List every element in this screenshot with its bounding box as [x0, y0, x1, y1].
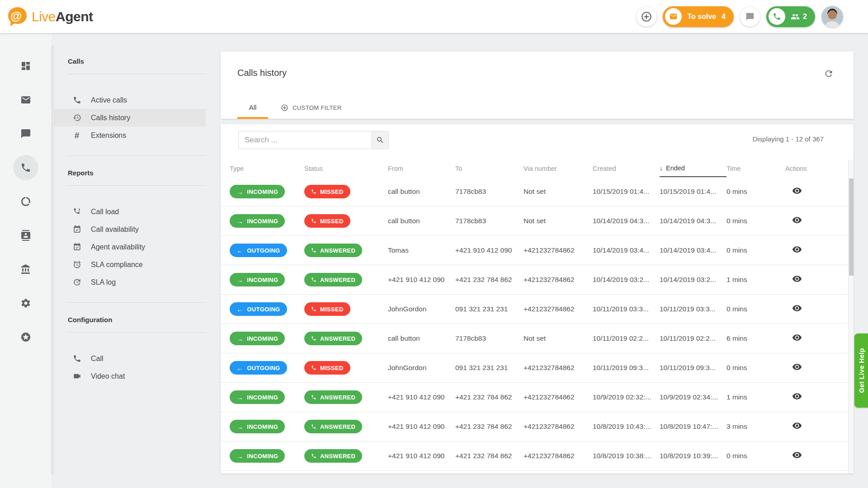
status-label: ANSWERED: [320, 335, 355, 342]
cell-time: 0 mins: [726, 188, 778, 196]
eye-icon: [792, 450, 802, 460]
col-via-number[interactable]: Via number: [524, 160, 593, 177]
nav-item-extensions[interactable]: # Extensions: [54, 127, 206, 144]
type-badge: → INCOMING: [230, 420, 285, 433]
col-type[interactable]: Type: [230, 160, 304, 177]
nav-scrollbar-track[interactable]: [52, 45, 52, 474]
nav-item-agent-availability[interactable]: Agent availability: [54, 238, 206, 256]
table-scrollbar-track[interactable]: [848, 160, 854, 474]
nav-label: Video chat: [91, 372, 125, 380]
nav-item-sla-compliance[interactable]: SLA compliance: [54, 256, 206, 273]
cell-created: 10/11/2019 03:3...: [593, 305, 660, 313]
nav-item-sla-log[interactable]: SLA log: [54, 273, 206, 291]
rail-reports-icon[interactable]: [13, 189, 38, 214]
direction-arrow-icon: →: [236, 188, 243, 195]
view-call-button[interactable]: [792, 333, 802, 343]
nav-item-calls-history[interactable]: Calls history: [54, 109, 206, 127]
view-call-button[interactable]: [792, 186, 802, 196]
view-call-button[interactable]: [792, 450, 802, 460]
direction-arrow-icon: →: [236, 277, 243, 283]
type-label: INCOMING: [247, 453, 278, 460]
rail-dashboard-icon[interactable]: [13, 53, 38, 79]
view-call-button[interactable]: [792, 421, 802, 431]
tab-custom-filter[interactable]: CUSTOM FILTER: [281, 97, 342, 119]
table-row[interactable]: → INCOMING ANSWERED call button 7178cb83…: [221, 324, 854, 353]
rail-chat-icon[interactable]: [13, 121, 38, 146]
cell-created: 10/14/2019 03:2...: [593, 276, 660, 284]
tab-custom-filter-label: CUSTOM FILTER: [292, 104, 342, 111]
cell-from: +421 910 412 090: [388, 276, 455, 284]
search-input[interactable]: [238, 131, 372, 149]
add-new-button[interactable]: [637, 7, 656, 27]
view-call-button[interactable]: [792, 215, 802, 225]
status-label: MISSED: [320, 188, 344, 195]
status-badge: ANSWERED: [304, 420, 362, 433]
col-time[interactable]: Time: [726, 160, 778, 177]
status-badge: MISSED: [304, 185, 350, 198]
to-solve-label: To solve: [687, 13, 716, 21]
search-button[interactable]: [372, 131, 389, 149]
type-badge: → INCOMING: [230, 449, 285, 463]
cell-time: 0 mins: [726, 246, 778, 254]
chats-button[interactable]: [740, 7, 760, 27]
table-row[interactable]: ← OUTGOING MISSED JohnGordon 091 321 231…: [221, 295, 854, 324]
to-solve-button[interactable]: To solve 4: [663, 6, 734, 27]
refresh-button[interactable]: [824, 69, 834, 79]
cell-ended: 10/11/2019 09:3...: [660, 364, 726, 372]
table-row[interactable]: → INCOMING ANSWERED +421 910 412 090 +42…: [221, 383, 854, 412]
nav-item-call-load[interactable]: Call load: [54, 203, 206, 221]
calls-online-button[interactable]: 2: [766, 6, 815, 27]
cell-via: +421232784862: [524, 305, 593, 313]
table-row[interactable]: → INCOMING ANSWERED +421 910 412 090 +42…: [221, 265, 854, 295]
col-created[interactable]: Created: [593, 160, 660, 177]
cell-to: +421 910 412 090: [455, 246, 524, 254]
col-status[interactable]: Status: [304, 160, 388, 177]
cell-from: JohnGordon: [388, 305, 455, 313]
cell-from: Tomas: [388, 246, 455, 254]
direction-arrow-icon: ←: [236, 365, 243, 371]
avatar-image: [821, 6, 843, 28]
view-call-button[interactable]: [792, 391, 802, 401]
cell-via: +421232784862: [524, 246, 593, 254]
nav-label: SLA compliance: [91, 261, 143, 269]
nav-item-video-chat[interactable]: Video chat: [54, 367, 206, 385]
col-ended-sorted[interactable]: ↓ Ended: [660, 160, 726, 177]
table-row[interactable]: ← OUTGOING MISSED JohnGordon 091 321 231…: [221, 353, 854, 383]
people-icon: [791, 12, 800, 21]
phone-icon: [311, 306, 316, 312]
nav-item-call[interactable]: Call: [54, 350, 206, 367]
col-from[interactable]: From: [388, 160, 455, 177]
get-live-help-label: Get Live Help: [858, 348, 865, 393]
cell-time: 0 mins: [726, 305, 778, 313]
eye-icon: [792, 333, 802, 343]
nav-label: Calls history: [91, 114, 130, 122]
view-call-button[interactable]: [792, 274, 802, 284]
view-call-button[interactable]: [792, 303, 802, 313]
get-live-help-button[interactable]: Get Live Help: [854, 333, 868, 408]
rail-contacts-icon[interactable]: [13, 223, 38, 248]
table-row[interactable]: → INCOMING ANSWERED +421 910 412 090 +42…: [221, 441, 854, 471]
nav-item-call-availability[interactable]: Call availability: [54, 221, 206, 238]
rail-star-icon[interactable]: [13, 324, 38, 350]
rail-settings-icon[interactable]: [13, 291, 38, 316]
eye-icon: [792, 362, 802, 372]
type-badge: → INCOMING: [230, 332, 285, 345]
table-row[interactable]: → INCOMING ANSWERED +421 910 412 090 +42…: [221, 412, 854, 441]
table-scrollbar-thumb[interactable]: [849, 178, 854, 276]
col-to[interactable]: To: [455, 160, 524, 177]
rail-calls-icon[interactable]: [13, 155, 38, 180]
to-solve-count: 4: [722, 13, 726, 21]
tab-all[interactable]: All: [237, 97, 268, 119]
nav-item-active-calls[interactable]: Active calls: [54, 91, 206, 109]
rail-billing-icon[interactable]: [13, 257, 38, 282]
table-row[interactable]: ← OUTGOING ANSWERED Tomas +421 910 412 0…: [221, 236, 854, 265]
view-call-button[interactable]: [792, 362, 802, 372]
table-row[interactable]: → INCOMING MISSED call button 7178cb83 N…: [221, 206, 854, 236]
rail-tickets-icon[interactable]: [13, 87, 38, 113]
cell-to: +421 232 784 862: [455, 422, 524, 431]
search-control: [238, 131, 389, 149]
cell-time: 1 mins: [726, 276, 778, 284]
view-call-button[interactable]: [792, 244, 802, 254]
user-avatar[interactable]: [821, 6, 843, 28]
table-row[interactable]: → INCOMING MISSED call button 7178cb83 N…: [221, 177, 854, 206]
